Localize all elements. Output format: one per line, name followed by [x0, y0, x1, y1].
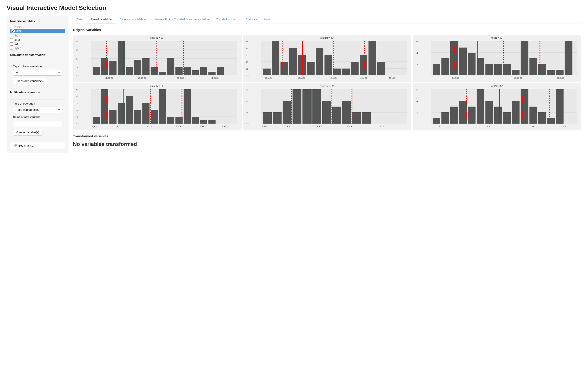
- svg-text:200: 200: [514, 77, 522, 79]
- svg-rect-9: [93, 67, 100, 75]
- svg-rect-88: [556, 70, 564, 75]
- svg-text:15: 15: [116, 125, 122, 127]
- svg-text:2: 2: [246, 100, 248, 102]
- var-mpg[interactable]: mpg: [10, 25, 65, 28]
- svg-rect-122: [208, 120, 216, 124]
- tab-numeric[interactable]: Numeric variables: [86, 16, 116, 23]
- svg-rect-118: [175, 117, 182, 124]
- var-hp[interactable]: hp: [10, 34, 65, 37]
- transform-btn[interactable]: Transform variable(s): [13, 78, 47, 84]
- operation-type-select[interactable]: Ratio (alphabetical) Product Sum Differe…: [13, 106, 62, 113]
- svg-rect-174: [494, 106, 502, 124]
- svg-rect-147: [332, 106, 341, 124]
- svg-rect-141: [273, 112, 282, 124]
- svg-text:18: 18: [316, 125, 322, 127]
- svg-rect-81: [494, 64, 502, 75]
- svg-text:16: 16: [286, 125, 291, 127]
- svg-rect-23: [208, 72, 216, 75]
- app-container: Visual Interactive Model Selection Numer…: [0, 0, 588, 157]
- svg-rect-76: [450, 41, 458, 75]
- var-disp-checkbox[interactable]: [11, 29, 15, 33]
- svg-rect-179: [538, 112, 546, 124]
- svg-text:2: 2: [76, 58, 79, 60]
- svg-text:5: 5: [76, 89, 79, 91]
- transform-type-select[interactable]: log sqrt square none: [13, 69, 62, 76]
- svg-text:3: 3: [76, 49, 79, 51]
- svg-rect-144: [302, 89, 311, 124]
- svg-rect-10: [101, 58, 108, 75]
- bookmark-icon: 🔗: [13, 144, 17, 147]
- var-hp-label: hp: [15, 34, 18, 37]
- svg-rect-117: [167, 117, 174, 124]
- transform-type-label: Type of transformation: [13, 65, 62, 68]
- svg-rect-84: [521, 41, 529, 75]
- svg-text:3.5: 3.5: [298, 77, 305, 79]
- var-qsec-label: qsec: [15, 47, 21, 50]
- svg-rect-111: [118, 103, 125, 124]
- svg-rect-78: [468, 53, 476, 75]
- svg-rect-143: [292, 89, 301, 124]
- chart-wt: wt (N = 32) 6 4 2 0: [413, 83, 581, 130]
- var-drat[interactable]: drat: [10, 38, 65, 41]
- var-disp[interactable]: disp: [10, 29, 65, 33]
- svg-rect-142: [282, 101, 291, 124]
- var-mpg-checkbox[interactable]: [10, 25, 13, 28]
- svg-text:0: 0: [76, 74, 79, 77]
- svg-text:1: 1: [76, 66, 79, 69]
- var-wt[interactable]: wt: [10, 42, 65, 46]
- tab-network[interactable]: Network Plot of Correlation and Associat…: [150, 16, 212, 23]
- svg-text:3: 3: [76, 102, 79, 104]
- svg-text:30: 30: [200, 125, 206, 127]
- svg-rect-109: [101, 89, 108, 124]
- svg-rect-169: [450, 106, 458, 124]
- tab-note[interactable]: Note: [261, 16, 274, 23]
- var-drat-checkbox[interactable]: [10, 38, 13, 41]
- svg-rect-172: [477, 89, 485, 124]
- svg-rect-53: [342, 69, 350, 75]
- svg-rect-168: [442, 112, 449, 124]
- svg-rect-116: [159, 89, 166, 124]
- bookmark-btn[interactable]: 🔗 Bookmark...: [10, 142, 65, 149]
- svg-text:1: 1: [246, 112, 248, 114]
- svg-rect-87: [547, 70, 555, 75]
- svg-text:0: 0: [76, 122, 79, 125]
- var-hp-checkbox[interactable]: [10, 34, 13, 37]
- svg-rect-176: [512, 101, 520, 124]
- svg-text:4.5: 4.5: [360, 77, 367, 79]
- svg-text:5: 5: [246, 41, 248, 43]
- svg-rect-108: [93, 117, 100, 124]
- numeric-variables-title: Numeric variables: [10, 19, 65, 23]
- tab-data[interactable]: Data: [73, 16, 86, 23]
- chart-mpg-title: mpg (N = 32): [75, 85, 240, 87]
- numeric-variables-section: Numeric variables mpg disp hp: [10, 19, 65, 50]
- svg-rect-19: [175, 67, 182, 75]
- svg-text:2: 2: [246, 61, 248, 63]
- svg-text:1: 1: [246, 68, 248, 70]
- svg-rect-175: [503, 112, 511, 124]
- tab-statistics[interactable]: Statistics: [242, 16, 261, 23]
- svg-rect-89: [565, 41, 573, 75]
- chart-disp-svg: 4 3 2 1 0: [75, 40, 240, 80]
- chart-wt-title: wt (N = 32): [414, 85, 580, 87]
- chart-hp: hp (N = 32) 6 4 2 0: [413, 35, 581, 82]
- svg-text:3: 3: [246, 89, 248, 91]
- var-wt-checkbox[interactable]: [10, 43, 13, 46]
- svg-text:4.0: 4.0: [330, 77, 337, 79]
- svg-text:14: 14: [261, 125, 267, 127]
- svg-text:0: 0: [416, 122, 418, 125]
- svg-rect-85: [530, 58, 537, 75]
- new-variable-input[interactable]: [13, 121, 62, 127]
- svg-rect-48: [298, 55, 306, 75]
- svg-rect-148: [342, 101, 351, 124]
- var-qsec-checkbox[interactable]: [10, 47, 13, 50]
- var-qsec[interactable]: qsec: [10, 47, 65, 50]
- tab-categorical[interactable]: Categorical variables: [116, 16, 150, 23]
- svg-text:10: 10: [91, 125, 97, 127]
- svg-text:0: 0: [416, 74, 418, 77]
- svg-text:200: 200: [138, 77, 146, 79]
- tab-correlation[interactable]: Correlation matrix: [212, 16, 242, 23]
- svg-text:2: 2: [416, 63, 418, 66]
- create-btn[interactable]: Create variable(s): [13, 129, 43, 136]
- chart-drat-svg: 5 4 3 2 1 0: [245, 40, 410, 80]
- svg-rect-18: [167, 58, 174, 75]
